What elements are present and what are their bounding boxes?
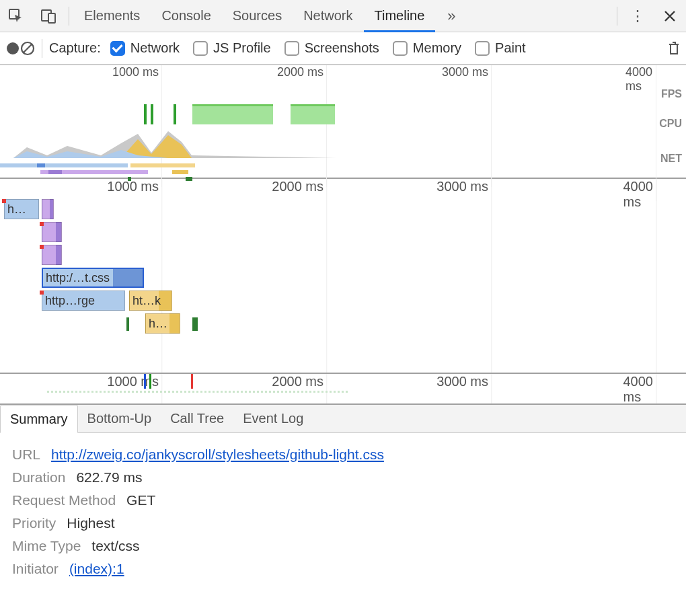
capture-label: Capture: xyxy=(49,40,101,56)
priority-marker xyxy=(40,291,44,295)
timeline-capture-toolbar: Capture: NetworkJS ProfileScreenshotsMem… xyxy=(0,32,686,65)
checkbox-icon[interactable] xyxy=(284,41,299,56)
checkbox-label: Screenshots xyxy=(305,40,379,56)
capture-memory[interactable]: Memory xyxy=(393,40,461,56)
waterfall-bar[interactable]: http:/…t.css xyxy=(42,268,144,288)
waterfall-bar[interactable]: h… xyxy=(145,313,180,334)
detail-tab-bottom-up[interactable]: Bottom-Up xyxy=(78,405,161,432)
waterfall-bar[interactable]: http…rge xyxy=(42,291,125,311)
summary-priority-label: Priority xyxy=(12,515,56,531)
waterfall-bar[interactable]: h… xyxy=(4,199,39,219)
summary-method-value: GET xyxy=(126,492,155,508)
checkbox-icon[interactable] xyxy=(393,41,408,56)
checkbox-icon[interactable] xyxy=(475,41,490,56)
summary-url-label: URL xyxy=(12,447,40,463)
timeline-waterfall[interactable]: 1000 ms2000 ms3000 ms4000 ms h…http:/…t.… xyxy=(0,179,686,374)
summary-initiator-label: Initiator xyxy=(12,561,59,577)
detail-tab-event-log[interactable]: Event Log xyxy=(233,405,313,432)
ruler-tick: 1000 ms xyxy=(112,65,161,79)
checkbox-label: Paint xyxy=(495,40,526,56)
timing-tick xyxy=(126,317,129,331)
ruler-tick: 1000 ms xyxy=(107,374,161,389)
summary-url-link[interactable]: http://zweig.co/jankyscroll/stylesheets/… xyxy=(51,447,384,463)
timeline-detail-tabs: SummaryBottom-UpCall TreeEvent Log xyxy=(0,405,686,433)
summary-initiator-link[interactable]: (index):1 xyxy=(69,561,124,577)
divider xyxy=(69,7,69,26)
timing-tick xyxy=(195,317,198,331)
kebab-menu-icon[interactable]: ⋮ xyxy=(621,7,654,25)
divider xyxy=(617,7,617,26)
capture-js-profile[interactable]: JS Profile xyxy=(193,40,271,56)
overview-lanes xyxy=(0,84,651,178)
timeline-markers[interactable]: 1000 ms2000 ms3000 ms4000 ms xyxy=(0,374,686,405)
ruler-tick: 2000 ms xyxy=(272,374,326,389)
ruler-tick: 4000 ms xyxy=(623,374,656,405)
capture-screenshots[interactable]: Screenshots xyxy=(284,40,379,56)
summary-panel: URL http://zweig.co/jankyscroll/styleshe… xyxy=(0,433,686,590)
panel-tab-network[interactable]: Network xyxy=(293,0,363,32)
net-label: NET xyxy=(660,153,682,165)
summary-mime-label: Mime Type xyxy=(12,538,81,554)
detail-tab-call-tree[interactable]: Call Tree xyxy=(161,405,233,432)
priority-marker xyxy=(40,245,44,249)
checkbox-label: Memory xyxy=(413,40,461,56)
ruler-tick: 3000 ms xyxy=(436,374,491,389)
priority-marker xyxy=(2,199,6,203)
panel-tab-elements[interactable]: Elements xyxy=(73,0,151,32)
fps-label: FPS xyxy=(661,88,682,100)
divider xyxy=(42,39,42,58)
checkbox-label: JS Profile xyxy=(213,40,271,56)
device-toolbar-icon[interactable] xyxy=(32,8,65,24)
capture-network[interactable]: Network xyxy=(110,40,180,56)
detail-tab-summary[interactable]: Summary xyxy=(0,405,78,433)
ruler-tick: 2000 ms xyxy=(277,65,326,79)
close-icon[interactable] xyxy=(654,9,686,23)
checkbox-label: Network xyxy=(130,40,180,56)
svg-rect-2 xyxy=(48,13,55,23)
checkbox-icon[interactable] xyxy=(193,41,208,56)
summary-duration-value: 622.79 ms xyxy=(76,469,142,486)
trash-icon[interactable] xyxy=(667,40,681,56)
panel-tab-timeline[interactable]: Timeline xyxy=(364,0,436,32)
panel-tab-sources[interactable]: Sources xyxy=(222,0,293,32)
summary-method-label: Request Method xyxy=(12,492,116,508)
svg-point-3 xyxy=(7,42,19,54)
ruler-tick: 3000 ms xyxy=(442,65,491,79)
capture-paint[interactable]: Paint xyxy=(475,40,526,56)
panel-tab-console[interactable]: Console xyxy=(151,0,221,32)
overflow-icon[interactable]: » xyxy=(435,7,467,25)
inspect-icon[interactable] xyxy=(0,8,32,24)
ruler-tick: 2000 ms xyxy=(272,179,326,194)
clear-icon[interactable] xyxy=(20,41,35,56)
waterfall-bar[interactable] xyxy=(42,245,62,265)
devtools-main-tabs: ElementsConsoleSourcesNetworkTimeline » … xyxy=(0,0,686,32)
summary-priority-value: Highest xyxy=(67,515,114,531)
priority-marker xyxy=(40,222,44,226)
waterfall-bar[interactable]: ht…k xyxy=(129,291,172,311)
timeline-overview[interactable]: 1000 ms2000 ms3000 ms4000 ms FPS CPU NET xyxy=(0,65,686,179)
ruler-tick: 1000 ms xyxy=(107,179,161,194)
waterfall-bar[interactable] xyxy=(42,222,62,242)
record-icon[interactable] xyxy=(5,41,20,56)
checkbox-icon[interactable] xyxy=(110,41,125,56)
summary-mime-value: text/css xyxy=(91,538,139,554)
summary-duration-label: Duration xyxy=(12,469,65,486)
cpu-label: CPU xyxy=(659,118,682,130)
waterfall-bar[interactable] xyxy=(42,199,54,219)
ruler-tick: 3000 ms xyxy=(436,179,491,194)
